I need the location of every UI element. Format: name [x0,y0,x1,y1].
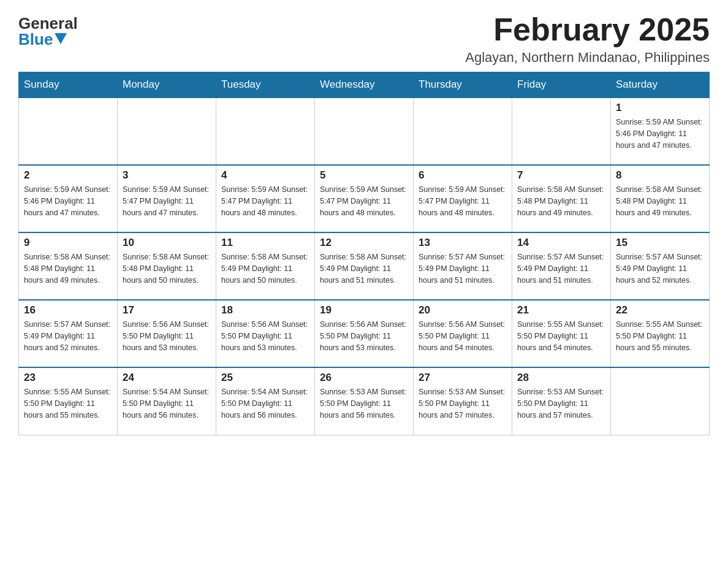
day-number: 16 [24,304,112,316]
table-row: 10Sunrise: 5:58 AM Sunset: 5:48 PM Dayli… [118,232,216,300]
day-info: Sunrise: 5:55 AM Sunset: 5:50 PM Dayligh… [517,319,605,353]
logo: General Blue [18,12,78,47]
day-info: Sunrise: 5:58 AM Sunset: 5:48 PM Dayligh… [123,251,211,286]
page-header: General Blue February 2025 Aglayan, Nort… [18,12,710,66]
logo-blue-text: Blue [18,31,67,47]
day-number: 17 [123,304,211,316]
day-info: Sunrise: 5:54 AM Sunset: 5:50 PM Dayligh… [221,386,309,421]
title-block: February 2025 Aglayan, Northern Mindanao… [465,12,710,66]
day-number: 23 [24,372,112,384]
table-row: 25Sunrise: 5:54 AM Sunset: 5:50 PM Dayli… [216,367,315,435]
day-info: Sunrise: 5:59 AM Sunset: 5:47 PM Dayligh… [320,184,408,218]
col-tuesday: Tuesday [216,72,315,98]
day-info: Sunrise: 5:58 AM Sunset: 5:48 PM Dayligh… [517,184,605,218]
day-info: Sunrise: 5:55 AM Sunset: 5:50 PM Dayligh… [616,319,704,353]
day-info: Sunrise: 5:59 AM Sunset: 5:47 PM Dayligh… [221,184,309,218]
table-row [512,98,611,165]
table-row [216,98,315,165]
calendar-table: Sunday Monday Tuesday Wednesday Thursday… [18,72,710,435]
table-row: 6Sunrise: 5:59 AM Sunset: 5:47 PM Daylig… [414,165,512,232]
day-number: 4 [221,169,309,182]
day-number: 9 [24,237,112,249]
table-row: 5Sunrise: 5:59 AM Sunset: 5:47 PM Daylig… [315,165,414,232]
table-row: 19Sunrise: 5:56 AM Sunset: 5:50 PM Dayli… [315,300,414,367]
table-row: 12Sunrise: 5:58 AM Sunset: 5:49 PM Dayli… [315,232,414,300]
day-number: 27 [419,372,507,384]
day-info: Sunrise: 5:57 AM Sunset: 5:49 PM Dayligh… [616,251,704,286]
table-row: 21Sunrise: 5:55 AM Sunset: 5:50 PM Dayli… [512,300,611,367]
day-info: Sunrise: 5:59 AM Sunset: 5:47 PM Dayligh… [419,184,507,218]
day-number: 11 [221,237,309,249]
table-row: 20Sunrise: 5:56 AM Sunset: 5:50 PM Dayli… [414,300,512,367]
day-number: 5 [320,169,408,182]
day-info: Sunrise: 5:59 AM Sunset: 5:47 PM Dayligh… [123,184,211,218]
table-row: 27Sunrise: 5:53 AM Sunset: 5:50 PM Dayli… [414,367,512,435]
table-row: 24Sunrise: 5:54 AM Sunset: 5:50 PM Dayli… [118,367,216,435]
day-number: 6 [419,169,507,182]
col-saturday: Saturday [611,72,710,98]
col-monday: Monday [118,72,216,98]
table-row: 15Sunrise: 5:57 AM Sunset: 5:49 PM Dayli… [611,232,710,300]
day-number: 20 [419,304,507,316]
table-row [611,367,710,435]
table-row: 16Sunrise: 5:57 AM Sunset: 5:49 PM Dayli… [19,300,118,367]
day-info: Sunrise: 5:55 AM Sunset: 5:50 PM Dayligh… [24,386,112,421]
day-info: Sunrise: 5:54 AM Sunset: 5:50 PM Dayligh… [123,386,211,421]
day-info: Sunrise: 5:58 AM Sunset: 5:48 PM Dayligh… [24,251,112,286]
day-number: 28 [517,372,605,384]
calendar-week-row: 2Sunrise: 5:59 AM Sunset: 5:46 PM Daylig… [19,165,710,232]
calendar-week-row: 1Sunrise: 5:59 AM Sunset: 5:46 PM Daylig… [19,98,710,165]
day-number: 22 [616,304,704,316]
table-row: 2Sunrise: 5:59 AM Sunset: 5:46 PM Daylig… [19,165,118,232]
day-number: 1 [616,102,704,114]
table-row [19,98,118,165]
day-info: Sunrise: 5:59 AM Sunset: 5:46 PM Dayligh… [24,184,112,218]
table-row: 23Sunrise: 5:55 AM Sunset: 5:50 PM Dayli… [19,367,118,435]
day-info: Sunrise: 5:58 AM Sunset: 5:49 PM Dayligh… [320,251,408,286]
table-row [414,98,512,165]
logo-general-text: General [18,15,78,31]
day-number: 25 [221,372,309,384]
table-row: 18Sunrise: 5:56 AM Sunset: 5:50 PM Dayli… [216,300,315,367]
table-row: 11Sunrise: 5:58 AM Sunset: 5:49 PM Dayli… [216,232,315,300]
day-number: 7 [517,169,605,182]
day-info: Sunrise: 5:59 AM Sunset: 5:46 PM Dayligh… [616,117,704,151]
day-info: Sunrise: 5:56 AM Sunset: 5:50 PM Dayligh… [221,319,309,353]
day-info: Sunrise: 5:57 AM Sunset: 5:49 PM Dayligh… [517,251,605,286]
table-row: 28Sunrise: 5:53 AM Sunset: 5:50 PM Dayli… [512,367,611,435]
day-info: Sunrise: 5:58 AM Sunset: 5:49 PM Dayligh… [221,251,309,286]
day-number: 8 [616,169,704,182]
day-info: Sunrise: 5:58 AM Sunset: 5:48 PM Dayligh… [616,184,704,218]
col-thursday: Thursday [414,72,512,98]
day-info: Sunrise: 5:57 AM Sunset: 5:49 PM Dayligh… [419,251,507,286]
table-row: 22Sunrise: 5:55 AM Sunset: 5:50 PM Dayli… [611,300,710,367]
table-row: 8Sunrise: 5:58 AM Sunset: 5:48 PM Daylig… [611,165,710,232]
day-number: 12 [320,237,408,249]
day-number: 24 [123,372,211,384]
day-info: Sunrise: 5:56 AM Sunset: 5:50 PM Dayligh… [419,319,507,353]
col-wednesday: Wednesday [315,72,414,98]
day-number: 21 [517,304,605,316]
table-row: 9Sunrise: 5:58 AM Sunset: 5:48 PM Daylig… [19,232,118,300]
table-row [118,98,216,165]
day-info: Sunrise: 5:56 AM Sunset: 5:50 PM Dayligh… [320,319,408,353]
day-number: 18 [221,304,309,316]
calendar-week-row: 9Sunrise: 5:58 AM Sunset: 5:48 PM Daylig… [19,232,710,300]
table-row: 7Sunrise: 5:58 AM Sunset: 5:48 PM Daylig… [512,165,611,232]
col-friday: Friday [512,72,611,98]
day-number: 13 [419,237,507,249]
table-row: 26Sunrise: 5:53 AM Sunset: 5:50 PM Dayli… [315,367,414,435]
location-title: Aglayan, Northern Mindanao, Philippines [465,50,710,66]
day-number: 15 [616,237,704,249]
table-row: 13Sunrise: 5:57 AM Sunset: 5:49 PM Dayli… [414,232,512,300]
day-info: Sunrise: 5:56 AM Sunset: 5:50 PM Dayligh… [123,319,211,353]
day-info: Sunrise: 5:53 AM Sunset: 5:50 PM Dayligh… [419,386,507,421]
day-number: 2 [24,169,112,182]
day-info: Sunrise: 5:57 AM Sunset: 5:49 PM Dayligh… [24,319,112,353]
day-number: 3 [123,169,211,182]
calendar-week-row: 23Sunrise: 5:55 AM Sunset: 5:50 PM Dayli… [19,367,710,435]
table-row: 3Sunrise: 5:59 AM Sunset: 5:47 PM Daylig… [118,165,216,232]
table-row [315,98,414,165]
calendar-header-row: Sunday Monday Tuesday Wednesday Thursday… [19,72,710,98]
col-sunday: Sunday [19,72,118,98]
